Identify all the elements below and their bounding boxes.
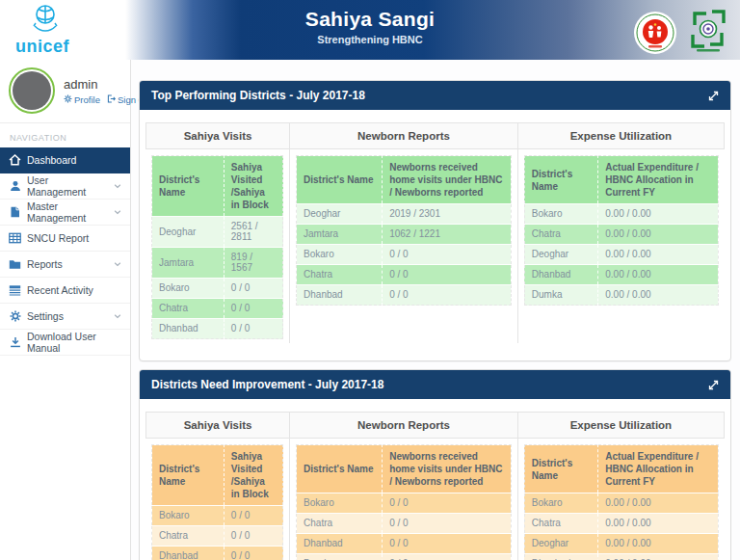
- list-icon: [9, 284, 21, 296]
- value-cell: 0 / 0: [224, 547, 282, 560]
- table-row: Dhanbad0 / 0: [152, 319, 283, 339]
- value-cell: 819 / 1567: [224, 248, 282, 279]
- district-name-cell: Bokaro: [297, 245, 383, 265]
- expand-icon[interactable]: [708, 380, 719, 390]
- column-header: District's Name: [297, 156, 383, 204]
- value-cell: 0 / 0: [383, 534, 512, 554]
- profile-label: Profile: [74, 94, 100, 105]
- panel-header: Top Performing Districts - July 2017-18: [140, 81, 730, 110]
- table-row: Jamtara1062 / 1221: [297, 225, 512, 245]
- column-header: District's Name: [152, 445, 225, 506]
- table-row: Dhanbad0 / 0: [297, 534, 512, 554]
- column-header: Actual Expenditure / HBNC Allocation in …: [598, 445, 719, 493]
- sidebar-item-label: Settings: [27, 310, 64, 322]
- value-cell: 0 / 0: [383, 265, 512, 285]
- value-cell: 0 / 0: [224, 506, 282, 526]
- district-name-cell: Deoghar: [524, 245, 597, 265]
- user-block: admin Profile Sign Out: [0, 60, 130, 123]
- section-expense-utilization: Expense UtilizationDistrict's NameActual…: [517, 412, 725, 560]
- sidebar-item-label: Master Management: [27, 200, 108, 224]
- district-name-cell: Chatra: [524, 514, 597, 534]
- unicef-wordmark: unicef: [15, 38, 69, 55]
- district-name-cell: Deoghar: [524, 534, 597, 554]
- app-header: unicef Sahiya Sangi Strengthening HBNC: [0, 0, 740, 60]
- table-row: Deoghar0.00 / 0.00: [524, 534, 718, 554]
- sidebar-item-master-management[interactable]: Master Management: [0, 200, 130, 226]
- app-title-block: Sahiya Sangi Strengthening HBNC: [305, 8, 435, 45]
- value-cell: 0 / 0: [383, 285, 512, 306]
- nhm-logo-icon: [634, 12, 676, 54]
- value-cell: 0 / 0: [224, 279, 282, 299]
- table-icon: [9, 232, 21, 244]
- table-row: Dhanbad0 / 0: [297, 285, 512, 306]
- value-cell: 0 / 0: [383, 245, 512, 265]
- file-icon: [9, 206, 21, 218]
- main-content: Top Performing Districts - July 2017-18S…: [131, 60, 740, 560]
- sidebar: admin Profile Sign Out: [0, 60, 131, 560]
- home-icon: [9, 154, 21, 166]
- table-row: Jamtara819 / 1567: [152, 248, 283, 279]
- sidebar-item-settings[interactable]: Settings: [0, 304, 130, 330]
- sidebar-item-user-management[interactable]: User Management: [0, 173, 130, 200]
- table-row: Dhanbad0.00 / 0.00: [524, 265, 718, 285]
- value-cell: 0 / 0: [383, 493, 512, 514]
- table-row: Bokaro0 / 0: [297, 245, 512, 265]
- table-row: Dhanbad0.00 / 0.00: [524, 554, 718, 560]
- section-title: Sahiya Visits: [145, 412, 289, 439]
- value-cell: 0.00 / 0.00: [598, 493, 719, 514]
- expand-icon[interactable]: [708, 91, 719, 101]
- section-newborn-reports: Newborn ReportsDistrict's NameNewborns r…: [289, 122, 517, 343]
- sidebar-item-label: SNCU Report: [27, 232, 89, 244]
- sidebar-item-label: Dashboard: [27, 154, 76, 166]
- table-row: Deoghar0.00 / 0.00: [524, 245, 718, 265]
- sidebar-item-sncu-report[interactable]: SNCU Report: [0, 226, 130, 252]
- value-cell: 0.00 / 0.00: [598, 265, 719, 285]
- table-row: Bokaro0.00 / 0.00: [524, 204, 718, 225]
- district-name-cell: Jamtara: [297, 225, 383, 245]
- gear-icon: [9, 310, 21, 322]
- value-cell: 2019 / 2301: [383, 204, 512, 225]
- value-cell: 0.00 / 0.00: [598, 554, 719, 560]
- column-header: District's Name: [297, 445, 383, 493]
- sidebar-item-label: Recent Activity: [27, 284, 93, 296]
- district-name-cell: Dumka: [297, 554, 383, 560]
- data-table: District's NameSahiya Visited /Sahiya in…: [151, 155, 283, 339]
- district-name-cell: Bokaro: [152, 506, 225, 526]
- table-row: Bokaro0.00 / 0.00: [524, 493, 718, 514]
- sidebar-item-dashboard[interactable]: Dashboard: [0, 147, 130, 173]
- value-cell: 0 / 0: [224, 526, 282, 547]
- value-cell: 0.00 / 0.00: [598, 285, 719, 306]
- sidebar-item-label: Download User Manual: [27, 331, 121, 354]
- column-header: District's Name: [524, 445, 597, 493]
- profile-link[interactable]: Profile: [64, 94, 100, 105]
- data-table: District's NameActual Expenditure / HBNC…: [524, 444, 719, 560]
- value-cell: 0.00 / 0.00: [598, 225, 719, 245]
- sidebar-item-download-user-manual[interactable]: Download User Manual: [0, 330, 130, 356]
- panel-title: Top Performing Districts - July 2017-18: [151, 89, 365, 102]
- column-header: Newborns received home visits under HBNC…: [383, 445, 512, 493]
- value-cell: 0 / 0: [224, 299, 282, 319]
- table-row: Dumka0.00 / 0.00: [524, 285, 718, 306]
- table-row: Chatra0 / 0: [152, 526, 283, 547]
- value-cell: 0 / 0: [383, 554, 512, 560]
- panel-top-performing-districts-july-2017-18: Top Performing Districts - July 2017-18S…: [139, 80, 731, 361]
- district-name-cell: Bokaro: [524, 493, 597, 514]
- column-header: Newborns received home visits under HBNC…: [383, 156, 512, 204]
- district-name-cell: Dumka: [524, 285, 597, 306]
- jharkhand-logo-icon: [688, 9, 728, 57]
- chevron-down-icon: [114, 208, 121, 216]
- district-name-cell: Chatra: [152, 299, 225, 319]
- sidebar-item-reports[interactable]: Reports: [0, 252, 130, 278]
- section-newborn-reports: Newborn ReportsDistrict's NameNewborns r…: [289, 412, 517, 560]
- sidebar-item-recent-activity[interactable]: Recent Activity: [0, 278, 130, 304]
- page-subtitle: Strengthening HBNC: [305, 34, 435, 45]
- page-title: Sahiya Sangi: [305, 8, 435, 31]
- table-row: Bokaro0 / 0: [152, 279, 283, 299]
- district-name-cell: Dhanbad: [524, 554, 597, 560]
- chevron-down-icon: [114, 260, 121, 268]
- unicef-logo: unicef: [15, 3, 131, 57]
- data-table: District's NameSahiya Visited /Sahiya in…: [151, 444, 283, 560]
- table-row: Chatra0.00 / 0.00: [524, 514, 718, 534]
- column-header: Sahiya Visited /Sahiya in Block: [224, 445, 282, 506]
- panel-districts-need-improvement-july-2017-18: Districts Need Improvement - July 2017-1…: [139, 369, 731, 560]
